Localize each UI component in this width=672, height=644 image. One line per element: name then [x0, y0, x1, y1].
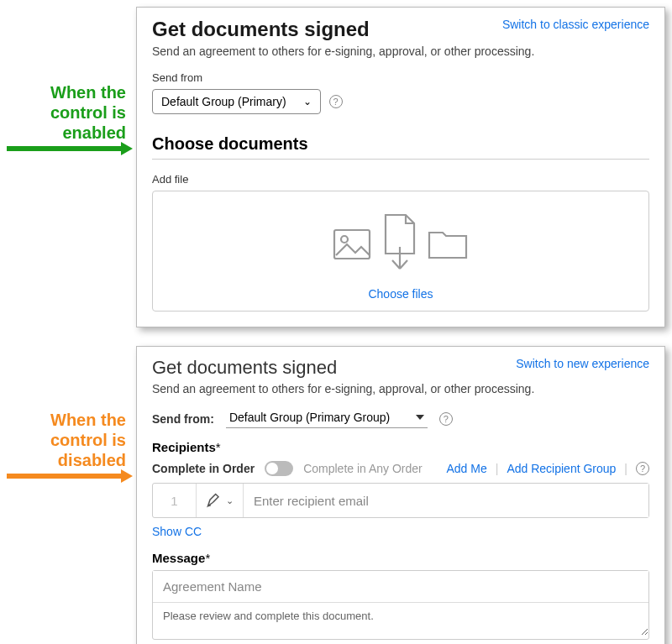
arrow-icon	[7, 146, 131, 156]
choose-documents-heading: Choose documents	[152, 134, 649, 160]
send-from-select[interactable]: Default Group (Primary) ⌄	[152, 89, 321, 114]
recipient-role-picker[interactable]: ⌄	[197, 484, 244, 517]
pen-icon	[206, 492, 223, 509]
page-title: Get documents signed	[152, 18, 370, 41]
send-from-label: Send from:	[152, 412, 214, 426]
switch-experience-link[interactable]: Switch to new experience	[516, 357, 649, 370]
dropzone-icons	[161, 213, 640, 275]
page-subtitle: Send an agreement to others for e-signin…	[152, 382, 649, 395]
svg-rect-0	[334, 230, 370, 259]
folder-icon	[426, 228, 470, 261]
arrow-icon	[7, 474, 131, 484]
add-me-link[interactable]: Add Me	[447, 462, 487, 475]
file-dropzone[interactable]: Choose files	[152, 191, 649, 312]
page-title: Get documents signed	[152, 357, 337, 379]
image-icon	[332, 228, 372, 261]
complete-any-order-label: Complete in Any Order	[303, 462, 423, 475]
add-file-label: Add file	[152, 173, 649, 186]
recipient-number: 1	[153, 484, 197, 517]
message-heading: Message*	[152, 551, 649, 565]
help-icon[interactable]: ?	[636, 462, 649, 475]
panel-disabled: Get documents signed Switch to new exper…	[136, 346, 665, 644]
choose-files-link[interactable]: Choose files	[161, 287, 640, 301]
agreement-name-input[interactable]	[153, 571, 648, 602]
annotation-enabled: When the control is enabled	[7, 82, 131, 143]
message-body-input[interactable]	[153, 602, 648, 636]
send-from-value: Default Group (Primary Group)	[229, 411, 390, 424]
page-subtitle: Send an agreement to others for e-signin…	[152, 45, 649, 58]
add-recipient-group-link[interactable]: Add Recipient Group	[507, 462, 616, 475]
recipient-email-input[interactable]	[244, 484, 648, 517]
document-download-icon	[379, 213, 419, 275]
order-toggle[interactable]	[265, 461, 293, 476]
show-cc-link[interactable]: Show CC	[152, 525, 202, 538]
svg-point-1	[341, 236, 348, 243]
panel-enabled: Get documents signed Switch to classic e…	[136, 7, 665, 327]
send-from-label: Send from	[152, 71, 649, 84]
recipient-row: 1 ⌄	[152, 483, 649, 518]
annotation-disabled: When the control is disabled	[7, 410, 131, 470]
recipients-heading: Recipients*	[152, 440, 649, 454]
chevron-down-icon: ⌄	[303, 96, 312, 107]
send-from-select[interactable]: Default Group (Primary Group)	[226, 409, 428, 428]
send-from-value: Default Group (Primary)	[161, 95, 286, 108]
help-icon[interactable]: ?	[329, 95, 343, 108]
complete-in-order-label: Complete in Order	[152, 462, 255, 475]
chevron-down-icon: ⌄	[226, 495, 234, 506]
switch-experience-link[interactable]: Switch to classic experience	[502, 18, 649, 31]
message-box	[152, 570, 649, 640]
caret-down-icon	[416, 415, 424, 420]
help-icon[interactable]: ?	[439, 412, 453, 426]
